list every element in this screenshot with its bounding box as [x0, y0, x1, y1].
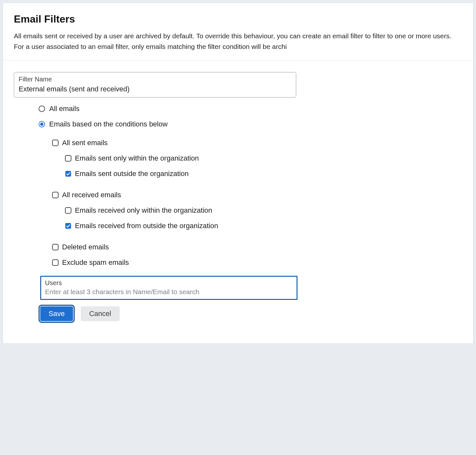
radio-all-emails-label: All emails: [49, 105, 79, 113]
checkbox-exclude-spam[interactable]: Exclude spam emails: [52, 258, 462, 267]
button-row: Save Cancel: [40, 306, 462, 321]
cancel-button[interactable]: Cancel: [81, 306, 119, 321]
checkbox-sent-within[interactable]: Emails sent only within the organization: [65, 154, 462, 162]
users-label: Users: [45, 279, 293, 287]
svg-point-0: [39, 106, 45, 112]
filter-name-field[interactable]: Filter Name: [14, 72, 296, 98]
radio-checked-icon: [38, 121, 45, 128]
checkbox-unchecked-icon: [52, 244, 59, 251]
svg-rect-6: [52, 192, 58, 198]
checkbox-received-outside-label: Emails received from outside the organiz…: [75, 222, 218, 230]
checkbox-deleted-label: Deleted emails: [62, 243, 109, 251]
checkbox-sent-outside-label: Emails sent outside the organization: [75, 170, 188, 178]
checkbox-received-within[interactable]: Emails received only within the organiza…: [65, 206, 462, 215]
checkbox-exclude-spam-label: Exclude spam emails: [62, 258, 129, 267]
svg-point-2: [40, 123, 43, 126]
checkbox-unchecked-icon: [52, 139, 59, 146]
svg-rect-5: [65, 171, 71, 177]
filter-name-input[interactable]: [19, 85, 291, 93]
checkbox-received-within-label: Emails received only within the organiza…: [75, 206, 212, 215]
conditions-list: All sent emails Emails sent only within …: [14, 139, 462, 267]
header-block: Email Filters All emails sent or receive…: [3, 3, 473, 60]
checkbox-unchecked-icon: [52, 259, 59, 266]
page-title: Email Filters: [14, 13, 462, 25]
checkbox-received-outside[interactable]: Emails received from outside the organiz…: [65, 222, 462, 230]
checkbox-all-sent-label: All sent emails: [62, 139, 108, 147]
checkbox-sent-within-label: Emails sent only within the organization: [75, 154, 199, 162]
checkbox-unchecked-icon: [52, 191, 59, 199]
svg-rect-7: [65, 208, 71, 213]
scope-radio-group: All emails Emails based on the condition…: [14, 105, 462, 128]
sent-sublist: Emails sent only within the organization…: [52, 154, 462, 178]
checkbox-checked-icon: [65, 222, 72, 229]
svg-rect-10: [52, 260, 58, 265]
checkbox-unchecked-icon: [65, 207, 72, 214]
checkbox-checked-icon: [65, 170, 72, 177]
email-filters-panel: Email Filters All emails sent or receive…: [3, 3, 473, 344]
form-area: Filter Name All emails Emails based on t…: [3, 60, 473, 328]
filter-name-label: Filter Name: [19, 76, 291, 83]
save-button[interactable]: Save: [40, 306, 73, 321]
users-input[interactable]: [45, 288, 293, 296]
checkbox-all-received[interactable]: All received emails: [52, 191, 462, 199]
received-sublist: Emails received only within the organiza…: [52, 206, 462, 230]
radio-unchecked-icon: [38, 105, 45, 112]
radio-conditions-label: Emails based on the conditions below: [49, 120, 168, 128]
checkbox-sent-outside[interactable]: Emails sent outside the organization: [65, 170, 462, 178]
checkbox-all-received-label: All received emails: [62, 191, 121, 199]
svg-rect-3: [52, 140, 58, 146]
svg-rect-4: [65, 155, 71, 161]
svg-rect-9: [52, 244, 58, 250]
users-field[interactable]: Users: [40, 276, 298, 300]
svg-rect-8: [65, 223, 71, 229]
checkbox-deleted[interactable]: Deleted emails: [52, 243, 462, 251]
radio-all-emails[interactable]: All emails: [38, 105, 462, 113]
page-description: All emails sent or received by a user ar…: [14, 31, 462, 52]
checkbox-unchecked-icon: [65, 155, 72, 162]
radio-conditions[interactable]: Emails based on the conditions below: [38, 120, 462, 128]
checkbox-all-sent[interactable]: All sent emails: [52, 139, 462, 147]
